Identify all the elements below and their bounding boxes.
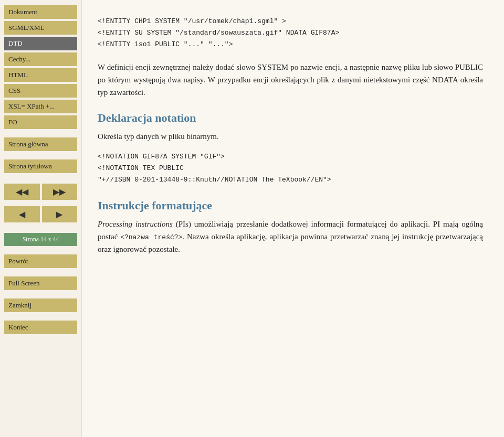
strona-glowna-button[interactable]: Strona główna xyxy=(4,137,77,151)
koniec-button[interactable]: Koniec xyxy=(4,321,77,334)
sidebar-item-html[interactable]: HTML xyxy=(4,68,77,82)
prev-button[interactable]: ◀ xyxy=(4,206,40,222)
sidebar-item-cechy[interactable]: Cechy... xyxy=(4,52,77,66)
zamknij-button[interactable]: Zamknij xyxy=(4,299,77,312)
next-button[interactable]: ▶ xyxy=(42,206,78,222)
paragraph-entity-description: W definicji encji zewnętrznej należy dod… xyxy=(98,61,483,99)
heading-notation: Deklaracja notation xyxy=(98,111,483,125)
single-arrow-row: ◀ ▶ xyxy=(4,206,77,222)
sidebar-item-dokument[interactable]: Dokument xyxy=(4,5,77,19)
paragraph-instrukcje: Processing instructions (PIs) umożliwiaj… xyxy=(98,218,483,256)
heading-instrukcje: Instrukcje formatujące xyxy=(98,199,483,212)
sidebar-item-dtd[interactable]: DTD xyxy=(4,37,77,50)
prev-double-button[interactable]: ◀◀ xyxy=(4,184,40,200)
page-info: Strona 14 z 44 xyxy=(4,233,77,246)
strona-tytulowa-button[interactable]: Strona tytułowa xyxy=(4,159,77,173)
code-block-notation: <!NOTATION GIF87A SYSTEM "GIF"> <!NOTATI… xyxy=(98,151,483,186)
main-content: <!ENTITY CHP1 SYSTEM "/usr/tomek/chap1.s… xyxy=(81,0,504,437)
code-block-entities: <!ENTITY CHP1 SYSTEM "/usr/tomek/chap1.s… xyxy=(98,16,483,50)
pi-code-inline: <?nazwa treść?> xyxy=(120,233,182,241)
full-screen-button[interactable]: Full Screen xyxy=(4,276,77,290)
pi-term-italic: Processing instructions xyxy=(98,220,173,228)
sidebar-item-css[interactable]: CSS xyxy=(4,84,77,98)
powrot-button[interactable]: Powrót xyxy=(4,254,77,268)
sidebar: Dokument SGML/XML DTD Cechy... HTML CSS … xyxy=(0,0,81,437)
sidebar-item-fo[interactable]: FO xyxy=(4,115,77,129)
sidebar-item-sgml-xml[interactable]: SGML/XML xyxy=(4,21,77,35)
double-arrow-row: ◀◀ ▶▶ xyxy=(4,184,77,200)
sidebar-item-xsl-xpath[interactable]: XSL= XPath +... xyxy=(4,100,77,113)
paragraph-notation-desc: Określa typ danych w pliku binarnym. xyxy=(98,130,483,143)
next-double-button[interactable]: ▶▶ xyxy=(42,184,78,200)
